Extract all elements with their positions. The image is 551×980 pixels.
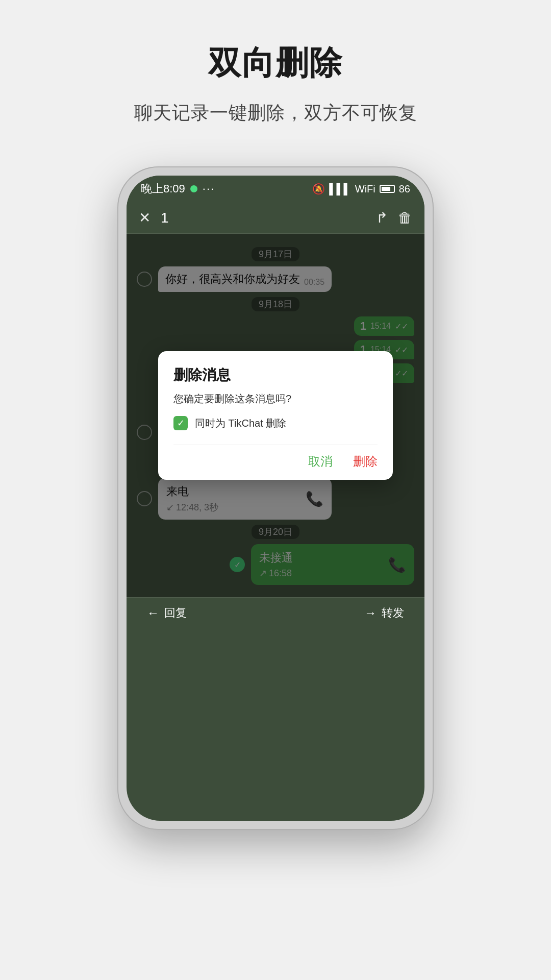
reply-action[interactable]: ← 回复 (147, 605, 187, 621)
battery-icon (380, 185, 395, 193)
page-title: 双向删除 (208, 41, 343, 85)
forward-icon[interactable]: ↱ (376, 209, 388, 226)
battery-fill (382, 187, 391, 191)
battery-level: 86 (399, 183, 410, 195)
modal-checkbox-row: ✓ 同时为 TikChat 删除 (173, 416, 378, 430)
forward-action[interactable]: → 转发 (364, 605, 404, 621)
status-bar: 晚上8:09 ··· 🔕 ▌▌▌ WiFi 86 (127, 176, 424, 202)
status-dot (190, 185, 197, 192)
modal-buttons: 取消 删除 (173, 445, 378, 470)
signal-icon: ▌▌▌ (329, 183, 351, 195)
trash-icon[interactable]: 🗑 (398, 209, 412, 226)
forward-label: 转发 (382, 605, 404, 621)
phone-inner: 晚上8:09 ··· 🔕 ▌▌▌ WiFi 86 ✕ 1 ↱ 🗑 (127, 176, 424, 821)
modal-desc: 您确定要删除这条消息吗? (173, 392, 378, 406)
wifi-icon: WiFi (355, 183, 375, 195)
page-subtitle: 聊天记录一键删除，双方不可恢复 (134, 101, 417, 126)
modal-checkbox-label: 同时为 TikChat 删除 (195, 416, 286, 430)
delete-modal: 删除消息 您确定要删除这条消息吗? ✓ 同时为 TikChat 删除 取消 删除 (158, 351, 393, 480)
selection-count: 1 (161, 210, 366, 226)
close-icon[interactable]: ✕ (139, 209, 151, 226)
chat-bottom-bar: ← 回复 → 转发 (127, 597, 424, 628)
mute-icon: 🔕 (312, 183, 325, 195)
delete-button[interactable]: 删除 (353, 453, 378, 470)
reply-icon: ← (147, 606, 159, 620)
status-time: 晚上8:09 (141, 181, 185, 197)
forward-action-icon: → (364, 606, 377, 620)
phone-frame: 晚上8:09 ··· 🔕 ▌▌▌ WiFi 86 ✕ 1 ↱ 🗑 (117, 166, 434, 830)
status-dots: ··· (203, 182, 215, 195)
cancel-button[interactable]: 取消 (308, 453, 333, 470)
chat-container: 9月17日 你好，很高兴和你成为好友 00:35 9月18日 (127, 234, 424, 628)
modal-title: 删除消息 (173, 365, 378, 385)
status-right: 🔕 ▌▌▌ WiFi 86 (312, 183, 410, 195)
chat-area: 9月17日 你好，很高兴和你成为好友 00:35 9月18日 (127, 234, 424, 597)
modal-overlay: 删除消息 您确定要删除这条消息吗? ✓ 同时为 TikChat 删除 取消 删除 (127, 234, 424, 597)
modal-checkbox-icon[interactable]: ✓ (173, 416, 188, 430)
status-left: 晚上8:09 ··· (141, 181, 215, 197)
chat-header: ✕ 1 ↱ 🗑 (127, 202, 424, 234)
reply-label: 回复 (164, 605, 187, 621)
